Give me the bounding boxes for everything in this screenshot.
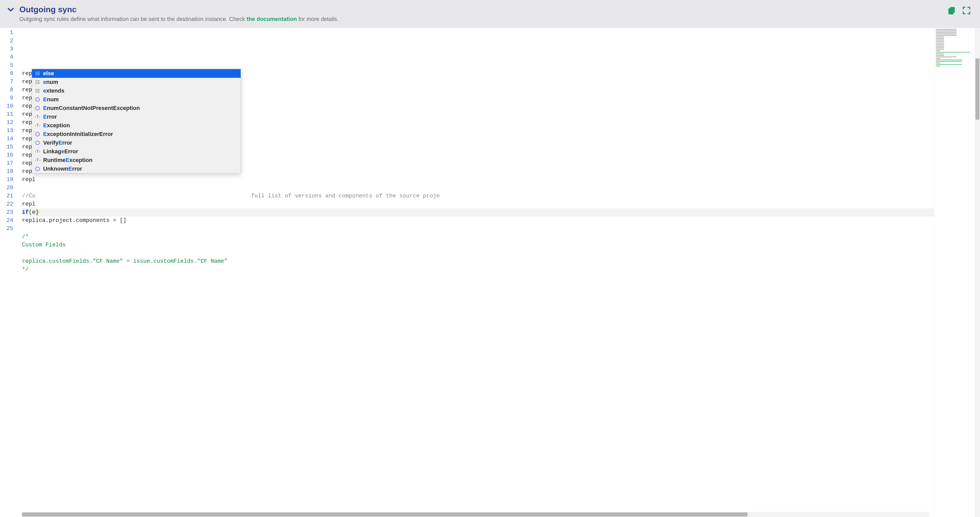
line-number: 15 <box>0 143 13 151</box>
copy-icon[interactable] <box>947 6 956 16</box>
line-number: 10 <box>0 102 13 111</box>
line-number: 5 <box>0 62 13 70</box>
autocomplete-item-label: Error <box>43 113 57 121</box>
autocomplete-item[interactable]: ‹T›LinkageError <box>32 147 241 156</box>
collapse-chevron-icon[interactable] <box>7 5 14 14</box>
line-number: 4 <box>0 53 13 62</box>
code-line[interactable]: Custom Fields <box>22 241 934 249</box>
fullscreen-icon[interactable] <box>962 6 971 16</box>
code-line[interactable]: repl <box>22 176 934 184</box>
line-number: 9 <box>0 94 13 102</box>
code-line[interactable]: if(e) <box>22 208 934 217</box>
autocomplete-item-label: LinkageError <box>43 147 78 155</box>
line-number: 21 <box>0 192 13 200</box>
line-number: 11 <box>0 111 13 119</box>
type-icon: ‹T› <box>35 122 41 128</box>
header-subtitle-suffix: for more details. <box>297 16 339 22</box>
header-text: Outgoing sync Outgoing sync rules define… <box>19 5 942 22</box>
autocomplete-item[interactable]: ExceptionInInitializerError <box>32 130 241 138</box>
line-number: 7 <box>0 78 13 86</box>
code-editor[interactable]: 1234567891011121314151617181920212223242… <box>0 28 980 517</box>
type-icon: ‹T› <box>35 148 41 155</box>
keyword-icon <box>35 88 41 94</box>
line-number: 6 <box>0 70 13 78</box>
header-bar: Outgoing sync Outgoing sync rules define… <box>0 0 980 28</box>
class-icon <box>35 131 41 137</box>
autocomplete-item-label: extends <box>43 87 64 95</box>
line-number: 23 <box>0 208 13 217</box>
autocomplete-item[interactable]: else <box>32 69 241 78</box>
header-subtitle-prefix: Outgoing sync rules define what informat… <box>19 16 247 22</box>
code-area[interactable]: replica.key = issue.keyreplica.type = is… <box>18 28 934 517</box>
class-icon <box>35 166 41 172</box>
header-subtitle: Outgoing sync rules define what informat… <box>19 16 942 22</box>
code-line[interactable]: */ <box>22 265 934 274</box>
vertical-scrollbar-thumb[interactable] <box>975 59 980 120</box>
autocomplete-item[interactable]: extends <box>32 86 241 95</box>
autocomplete-item[interactable]: VerifyError <box>32 138 241 147</box>
line-number: 14 <box>0 135 13 143</box>
autocomplete-item[interactable]: ‹T›Exception <box>32 121 241 130</box>
autocomplete-item-label: enum <box>43 78 58 86</box>
autocomplete-item-label: UnknownError <box>43 165 82 173</box>
type-icon: ‹T› <box>35 114 41 120</box>
autocomplete-item[interactable]: ‹T›Error <box>32 113 241 121</box>
keyword-icon <box>35 70 41 76</box>
type-icon: ‹T› <box>35 157 41 163</box>
autocomplete-item-label: RuntimeException <box>43 156 92 164</box>
svg-rect-2 <box>949 9 953 14</box>
autocomplete-item-label: else <box>43 69 54 78</box>
line-number-gutter: 1234567891011121314151617181920212223242… <box>0 28 18 517</box>
autocomplete-item[interactable]: UnknownError <box>32 165 241 173</box>
line-number: 3 <box>0 45 13 53</box>
class-icon <box>35 105 41 111</box>
line-number: 19 <box>0 176 13 184</box>
line-number: 13 <box>0 127 13 135</box>
header-actions <box>947 5 973 16</box>
code-line[interactable]: replica.customFields."CF Name" = issue.c… <box>22 257 934 265</box>
autocomplete-item-label: EnumConstantNotPresentException <box>43 104 140 112</box>
autocomplete-item[interactable]: Enum <box>32 95 241 104</box>
documentation-link[interactable]: the documentation <box>247 16 297 22</box>
class-icon <box>35 97 41 103</box>
autocomplete-item[interactable]: ‹T›RuntimeException <box>32 156 241 165</box>
line-number: 20 <box>0 184 13 192</box>
code-line[interactable] <box>22 225 934 233</box>
autocomplete-item-label: ExceptionInInitializerError <box>43 130 113 138</box>
code-line[interactable]: //Co full list of versions and component… <box>22 192 934 200</box>
autocomplete-item-label: Enum <box>43 95 59 103</box>
autocomplete-item-label: VerifyError <box>43 139 72 147</box>
line-number: 25 <box>0 225 13 233</box>
keyword-icon <box>35 79 41 85</box>
code-line[interactable] <box>22 184 934 192</box>
code-line[interactable]: replica.project.components = [] <box>22 217 934 225</box>
autocomplete-popup[interactable]: elseenumextendsEnumEnumConstantNotPresen… <box>32 69 241 173</box>
line-number: 17 <box>0 159 13 168</box>
code-line[interactable]: /* <box>22 233 934 241</box>
line-number: 2 <box>0 37 13 45</box>
minimap[interactable] <box>934 28 975 517</box>
line-number: 1 <box>0 29 13 37</box>
vertical-scrollbar[interactable] <box>975 28 980 517</box>
horizontal-scrollbar[interactable] <box>22 512 929 517</box>
line-number: 18 <box>0 168 13 176</box>
horizontal-scrollbar-thumb[interactable] <box>22 512 748 517</box>
autocomplete-item-label: Exception <box>43 121 70 130</box>
line-number: 22 <box>0 200 13 208</box>
class-icon <box>35 140 41 146</box>
line-number: 16 <box>0 151 13 159</box>
code-line[interactable] <box>22 249 934 257</box>
autocomplete-item[interactable]: enum <box>32 78 241 86</box>
line-number: 24 <box>0 217 13 225</box>
autocomplete-item[interactable]: EnumConstantNotPresentException <box>32 104 241 113</box>
line-number: 8 <box>0 86 13 94</box>
header-title: Outgoing sync <box>19 5 942 14</box>
code-line[interactable]: repl <box>22 200 934 208</box>
line-number: 12 <box>0 119 13 127</box>
